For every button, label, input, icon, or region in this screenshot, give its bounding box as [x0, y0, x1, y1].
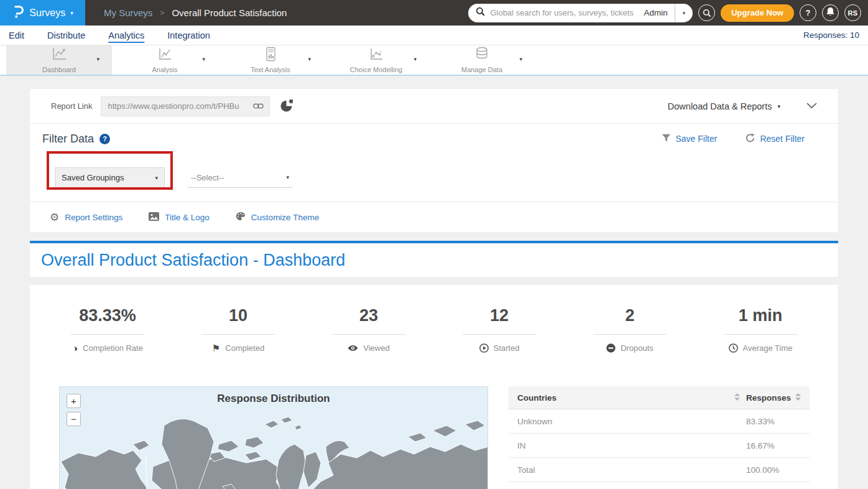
zoom-out-button[interactable]: − [67, 412, 81, 426]
upgrade-now-button[interactable]: Upgrade Now [721, 4, 794, 22]
notifications-button[interactable] [822, 4, 839, 21]
customize-theme-link[interactable]: Customize Theme [236, 212, 319, 223]
database-icon [474, 47, 490, 64]
reset-filter-label: Reset Filter [760, 134, 805, 144]
zoom-in-button[interactable]: + [67, 394, 81, 408]
responses-cell: 83.33% [746, 417, 801, 426]
customize-theme-label: Customize Theme [251, 213, 319, 222]
stat-value: 1 min [739, 306, 783, 325]
search-scope-value[interactable]: Admin [637, 8, 674, 17]
visualization-row: Response Distribution + − [30, 386, 838, 489]
report-link-row: Report Link https://www.questionpro.com/… [30, 89, 838, 124]
refresh-icon [746, 133, 755, 144]
countries-table: Countries Responses Unknown 83.33% IN [509, 386, 810, 489]
column-header-responses[interactable]: Responses [746, 393, 801, 403]
stat-divider [332, 334, 405, 335]
half-circle-icon: ◑ [72, 343, 78, 353]
toolbar-item-analysis[interactable]: Analysis ▾ [112, 45, 218, 75]
stat-divider [593, 334, 667, 335]
filter-selects-row: Saved Groupings ▾ --Select-- ▾ [30, 154, 838, 202]
live-report-button[interactable] [280, 98, 294, 114]
report-settings-row: ⚙ Report Settings Title & Logo Customize… [30, 202, 838, 232]
main-content: Report Link https://www.questionpro.com/… [0, 76, 868, 489]
link-icon [253, 101, 264, 112]
stat-viewed: 23 Viewed [303, 306, 434, 353]
country-cell: IN [517, 441, 740, 450]
save-filter-label: Save Filter [676, 134, 718, 144]
stat-dropouts: 2 Dropouts [565, 306, 695, 353]
title-logo-label: Title & Logo [165, 213, 210, 222]
toolbar-label: Text Analysis [251, 66, 290, 73]
stat-started: 12 Started [434, 306, 565, 353]
title-logo-link[interactable]: Title & Logo [149, 212, 210, 223]
caret-down-icon: ▾ [286, 174, 289, 180]
collapse-panel-button[interactable] [806, 101, 817, 111]
stat-label-text: Completed [225, 343, 264, 353]
user-avatar[interactable]: RS [844, 4, 861, 21]
flag-icon: ⚑ [212, 343, 220, 353]
toolbar-item-text-analysis[interactable]: Text Analysis ▾ [218, 45, 323, 75]
column-header-countries[interactable]: Countries [517, 393, 740, 403]
country-cell: Unknown [517, 417, 740, 426]
clock-icon [729, 343, 738, 353]
scope-caret-icon[interactable]: ▾ [675, 10, 693, 16]
choice-modelling-icon [368, 47, 384, 64]
stat-label-text: Started [494, 343, 520, 353]
tab-integration[interactable]: Integration [167, 30, 210, 40]
stat-divider [724, 334, 797, 335]
map-title: Response Distribution [60, 393, 487, 405]
save-filter-button[interactable]: Save Filter [662, 133, 718, 144]
global-search: Admin ▾ [468, 4, 693, 22]
filter-help-icon[interactable]: ? [99, 134, 110, 144]
stat-value: 12 [490, 306, 509, 325]
filter-actions: Save Filter Reset Filter [662, 133, 805, 144]
chevron-down-icon[interactable]: ▾ [413, 56, 417, 62]
stat-label-text: Completion Rate [83, 343, 143, 353]
chevron-down-icon[interactable]: ▾ [202, 56, 205, 62]
filter-header-row: Filter Data ? Save Filter Reset Filter [30, 124, 838, 154]
tab-analytics[interactable]: Analytics [108, 30, 144, 40]
tab-distribute[interactable]: Distribute [47, 30, 85, 40]
topbar-actions: Admin ▾ Upgrade Now ? RS [468, 4, 868, 22]
search-input[interactable] [489, 7, 637, 18]
filter-criteria-value: --Select-- [191, 173, 224, 182]
search-button[interactable] [698, 4, 715, 21]
play-circle-icon [479, 343, 489, 353]
palette-icon [236, 212, 246, 223]
chevron-down-icon[interactable]: ▾ [96, 56, 99, 62]
country-cell: Total [517, 465, 740, 475]
tab-edit[interactable]: Edit [9, 30, 24, 40]
filter-criteria-select[interactable]: --Select-- ▾ [187, 167, 293, 188]
search-icon [476, 7, 485, 19]
dashboard-title-block: Overall Product Satisfaction - Dashboard [30, 241, 838, 277]
product-switcher[interactable]: Surveys ▾ [0, 0, 85, 26]
stat-label-text: Viewed [363, 343, 389, 353]
toolbar-item-choice-modelling[interactable]: Choice Modelling ▾ [323, 45, 429, 75]
filter-data-title: Filter Data [42, 133, 94, 146]
help-button[interactable]: ? [800, 4, 816, 21]
chevron-down-icon[interactable]: ▾ [519, 56, 522, 62]
breadcrumb-my-surveys[interactable]: My Surveys [104, 7, 152, 18]
caret-down-icon: ▾ [155, 175, 158, 181]
report-settings-link[interactable]: ⚙ Report Settings [50, 212, 122, 223]
stats-row: 83.33% ◑Completion Rate 10 ⚑Completed 23… [30, 285, 838, 353]
responses-header-label: Responses [746, 393, 791, 403]
reset-filter-button[interactable]: Reset Filter [746, 133, 805, 144]
questionpro-logo-icon [12, 4, 24, 21]
toolbar-item-manage-data[interactable]: Manage Data ▾ [429, 45, 535, 75]
report-link-input[interactable]: https://www.questionpro.com/t/PHBu [101, 96, 270, 116]
stat-label-text: Dropouts [621, 343, 653, 353]
table-row: Total 100.00% [509, 458, 810, 482]
chevron-down-icon[interactable]: ▾ [308, 56, 311, 62]
map-zoom-controls: + − [67, 394, 81, 426]
stat-completed: 10 ⚑Completed [173, 306, 303, 353]
bell-icon [826, 7, 834, 19]
toolbar-item-dashboard[interactable]: Dashboard ▾ [6, 45, 112, 75]
saved-groupings-select[interactable]: Saved Groupings ▾ [55, 167, 165, 188]
text-analysis-icon [262, 47, 279, 64]
embed-report-icon [280, 105, 294, 114]
download-data-reports-menu[interactable]: Download Data & Reports ▾ [668, 101, 780, 111]
page: Surveys ▾ My Surveys > Overall Product S… [0, 0, 868, 489]
toolbar-label: Choice Modelling [350, 66, 402, 73]
analytics-toolbar: Dashboard ▾ Analysis ▾ Text Analysis ▾ C… [0, 45, 868, 76]
